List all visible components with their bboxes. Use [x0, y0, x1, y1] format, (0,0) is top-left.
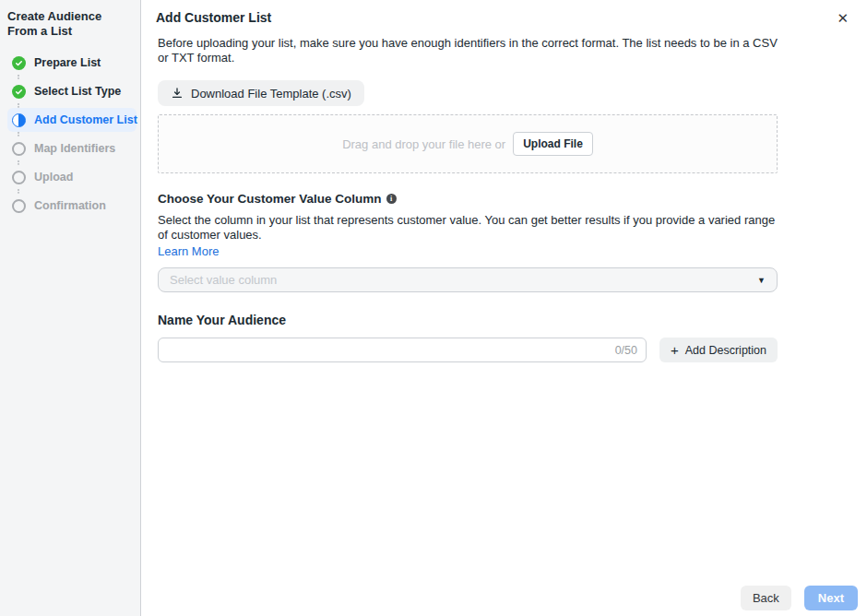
info-icon[interactable]: i [386, 194, 397, 204]
value-column-description: Select the column in your list that repr… [158, 213, 785, 243]
step-prepare-list[interactable]: Prepare List [7, 51, 137, 75]
step-label: Prepare List [34, 56, 101, 69]
upload-file-button[interactable]: Upload File [513, 132, 593, 156]
chevron-down-icon: ▼ [757, 276, 766, 285]
empty-circle-icon [12, 171, 26, 184]
value-column-heading: Choose Your Customer Value Column i [158, 192, 778, 206]
step-map-identifiers[interactable]: Map Identifiers [7, 136, 137, 160]
value-column-description-text: Select the column in your list that repr… [158, 213, 775, 242]
file-dropzone[interactable]: Drag and drop your file here or Upload F… [158, 114, 778, 173]
step-label: Upload [34, 171, 73, 184]
check-circle-icon [12, 85, 26, 99]
wizard-title: Create Audience From a List [7, 9, 137, 39]
empty-circle-icon [12, 142, 26, 156]
add-description-button[interactable]: + Add Description [659, 338, 778, 362]
audience-name-row: 0/50 + Add Description [158, 338, 778, 362]
audience-name-input[interactable] [158, 338, 647, 362]
dropzone-hint: Drag and drop your file here or [342, 137, 505, 151]
step-label: Add Customer List [34, 113, 137, 126]
steps-sidebar: Create Audience From a List Prepare List… [0, 0, 141, 616]
footer-actions: Back Next [741, 586, 858, 610]
panel-content: Before uploading your list, make sure yo… [141, 27, 778, 362]
step-add-customer-list[interactable]: Add Customer List [7, 108, 137, 132]
download-icon [171, 87, 184, 100]
value-column-heading-text: Choose Your Customer Value Column [158, 192, 382, 206]
empty-circle-icon [12, 199, 26, 213]
download-template-label: Download File Template (.csv) [191, 87, 351, 101]
intro-text: Before uploading your list, make sure yo… [158, 36, 778, 65]
step-upload[interactable]: Upload [7, 165, 137, 189]
step-label: Confirmation [34, 199, 106, 212]
check-circle-icon [12, 56, 26, 70]
step-label: Map Identifiers [34, 142, 115, 155]
step-label: Select List Type [34, 85, 121, 98]
back-button[interactable]: Back [741, 586, 791, 610]
download-template-button[interactable]: Download File Template (.csv) [158, 80, 364, 106]
value-column-select[interactable]: Select value column ▼ [158, 267, 778, 292]
create-audience-modal: Create Audience From a List Prepare List… [0, 0, 867, 616]
main-panel: Add Customer List ✕ Before uploading you… [141, 0, 867, 616]
plus-icon: + [671, 344, 679, 357]
close-icon[interactable]: ✕ [831, 9, 854, 27]
audience-name-heading: Name Your Audience [158, 313, 778, 327]
step-confirmation[interactable]: Confirmation [7, 194, 137, 218]
step-select-list-type[interactable]: Select List Type [7, 79, 137, 103]
select-placeholder: Select value column [170, 273, 277, 287]
add-description-label: Add Description [685, 344, 766, 357]
half-progress-circle-icon [12, 113, 26, 127]
next-button[interactable]: Next [804, 586, 858, 610]
audience-name-field-wrap: 0/50 [158, 338, 647, 362]
panel-header: Add Customer List ✕ [141, 0, 867, 27]
panel-title: Add Customer List [156, 10, 271, 25]
learn-more-link[interactable]: Learn More [158, 244, 219, 258]
